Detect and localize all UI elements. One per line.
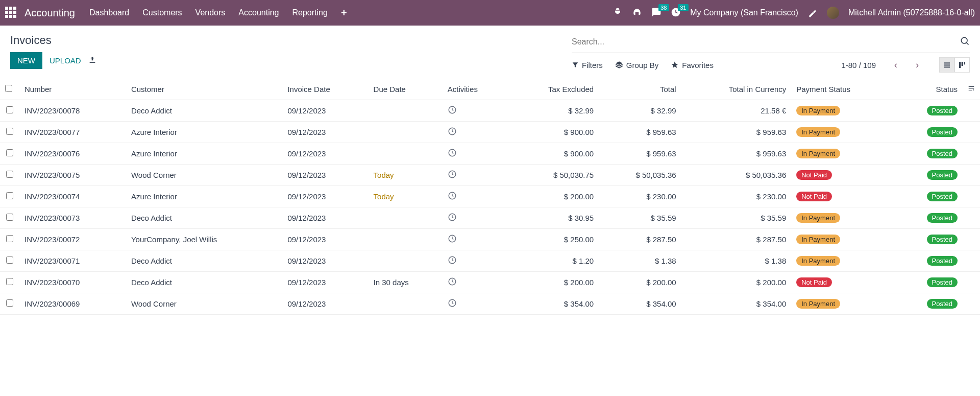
col-invoice-date[interactable]: Invoice Date [282,79,368,100]
nav-accounting[interactable]: Accounting [238,8,279,17]
cell-due-date: Today [369,165,443,186]
list-view-icon[interactable] [939,57,954,73]
col-activities[interactable]: Activities [443,79,508,100]
pager-prev-icon[interactable]: ‹ [891,60,900,71]
clock-icon[interactable] [448,213,457,222]
row-checkbox[interactable] [6,278,13,285]
nav-customers[interactable]: Customers [142,8,182,17]
col-customer[interactable]: Customer [126,79,282,100]
svg-rect-5 [959,62,961,68]
cell-payment-status: In Payment [791,100,896,122]
search-input[interactable] [572,37,960,46]
payment-status-badge: In Payment [796,106,840,115]
nav-reporting[interactable]: Reporting [292,8,328,17]
payment-status-badge: Not Paid [796,170,832,180]
cell-tax-excluded: $ 200.00 [508,272,599,293]
nav-add-icon[interactable]: + [341,7,347,19]
clock-icon[interactable] [448,127,457,136]
cell-total: $ 287.50 [599,229,681,250]
upload-button[interactable]: UPLOAD [50,52,81,69]
clock-icon[interactable] [448,234,457,243]
col-payment-status[interactable]: Payment Status [791,79,896,100]
filters-button[interactable]: Filters [572,61,603,69]
cell-total: $ 959.63 [599,122,681,143]
clock-icon[interactable] [448,277,457,286]
row-checkbox[interactable] [6,149,13,156]
col-total-currency[interactable]: Total in Currency [681,79,792,100]
user-menu[interactable]: Mitchell Admin (50725888-16-0-all) [848,8,975,17]
table-row[interactable]: INV/2023/00078Deco Addict09/12/2023$ 32.… [0,100,980,122]
clock-icon[interactable] [448,298,457,308]
cell-status: Posted [896,186,963,207]
cell-activities [443,229,508,250]
kanban-view-icon[interactable] [954,57,970,73]
support-icon[interactable] [632,7,642,19]
table-row[interactable]: INV/2023/00075Wood Corner09/12/2023Today… [0,165,980,186]
clock-icon[interactable] [448,191,457,200]
row-checkbox[interactable] [6,171,13,178]
col-tax-excluded[interactable]: Tax Excluded [508,79,599,100]
cell-tax-excluded: $ 354.00 [508,293,599,315]
new-button[interactable]: NEW [10,52,42,69]
cell-total-currency: $ 287.50 [681,229,792,250]
col-number[interactable]: Number [19,79,126,100]
cell-payment-status: In Payment [791,207,896,229]
row-checkbox[interactable] [6,299,13,307]
clock-icon[interactable] [448,148,457,157]
clock-icon[interactable] [448,105,457,114]
row-checkbox[interactable] [6,128,13,135]
clock-icon[interactable] [448,255,457,265]
tools-icon[interactable] [807,7,818,19]
groupby-button[interactable]: Group By [615,61,658,69]
table-row[interactable]: INV/2023/00071Deco Addict09/12/2023$ 1.2… [0,250,980,272]
table-row[interactable]: INV/2023/00073Deco Addict09/12/2023$ 30.… [0,207,980,229]
cell-activities [443,122,508,143]
cell-payment-status: In Payment [791,293,896,315]
col-due-date[interactable]: Due Date [369,79,443,100]
payment-status-badge: In Payment [796,299,840,309]
avatar[interactable] [827,7,839,19]
search-icon[interactable] [960,36,970,48]
cell-total: $ 200.00 [599,272,681,293]
cell-status: Posted [896,143,963,165]
clock-icon[interactable] [448,170,457,179]
cell-due-date [369,293,443,315]
app-brand[interactable]: Accounting [24,7,75,19]
table-row[interactable]: INV/2023/00074Azure Interior09/12/2023To… [0,186,980,207]
cell-number: INV/2023/00072 [19,229,126,250]
col-status[interactable]: Status [896,79,963,100]
row-checkbox[interactable] [6,192,13,199]
favorites-button[interactable]: Favorites [671,61,714,69]
col-settings-icon[interactable] [963,79,980,100]
table-row[interactable]: INV/2023/00077Azure Interior09/12/2023$ … [0,122,980,143]
messages-icon[interactable]: 38 [651,7,662,19]
table-row[interactable]: INV/2023/00072YourCompany, Joel Willis09… [0,229,980,250]
table-row[interactable]: INV/2023/00070Deco Addict09/12/2023In 30… [0,272,980,293]
apps-icon[interactable] [5,7,17,19]
cell-due-date: In 30 days [369,272,443,293]
cell-due-date [369,207,443,229]
activities-icon[interactable]: 31 [671,7,681,19]
row-checkbox[interactable] [6,257,13,264]
row-checkbox[interactable] [6,235,13,242]
invoices-table: Number Customer Invoice Date Due Date Ac… [0,79,980,315]
filters-label: Filters [582,61,603,69]
nav-vendors[interactable]: Vendors [195,8,226,17]
table-row[interactable]: INV/2023/00076Azure Interior09/12/2023$ … [0,143,980,165]
company-switcher[interactable]: My Company (San Francisco) [690,8,798,17]
table-row[interactable]: INV/2023/00069Wood Corner09/12/2023$ 354… [0,293,980,315]
upload-icon[interactable] [88,56,96,65]
col-total[interactable]: Total [599,79,681,100]
row-checkbox[interactable] [6,106,13,113]
messages-badge: 38 [658,4,669,11]
select-all-checkbox[interactable] [5,85,12,92]
row-checkbox[interactable] [6,214,13,221]
status-badge: Posted [927,277,958,287]
pager-next-icon[interactable]: › [913,60,922,71]
status-badge: Posted [927,235,958,244]
bug-icon[interactable] [612,7,623,19]
nav-dashboard[interactable]: Dashboard [89,8,129,17]
cell-invoice-date: 09/12/2023 [282,207,368,229]
pager-label[interactable]: 1-80 / 109 [841,61,876,69]
cell-number: INV/2023/00077 [19,122,126,143]
